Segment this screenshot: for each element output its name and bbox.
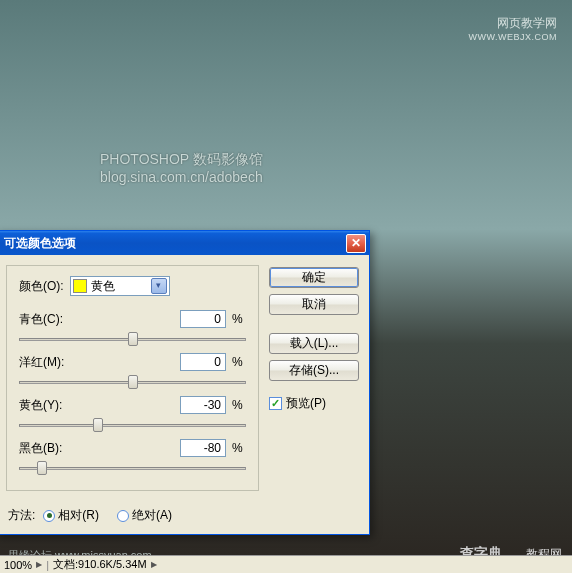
yellow-pct: % (232, 398, 246, 412)
magenta-input[interactable] (180, 353, 226, 371)
image-caption: PHOTOSHOP 数码影像馆 blog.sina.com.cn/adobech (100, 150, 263, 186)
black-label: 黑色(B): (19, 440, 79, 457)
method-relative-label: 相对(R) (58, 507, 99, 524)
doc-size: 文档:910.6K/5.34M (53, 557, 147, 572)
watermark-top-sub: WWW.WEBJX.COM (469, 32, 558, 42)
status-bar: 100% ▶ | 文档:910.6K/5.34M ▶ (0, 555, 572, 573)
close-button[interactable]: ✕ (346, 234, 366, 253)
color-dropdown-text: 黄色 (91, 278, 151, 295)
preview-row: ✓ 预览(P) (269, 395, 359, 412)
cyan-slider-group: 青色(C): % (19, 310, 246, 349)
cyan-pct: % (232, 312, 246, 326)
dialog-body: 颜色(O): 黄色 ▾ 青色(C): % (0, 255, 369, 501)
watermark-top-title: 网页教学网 (469, 15, 558, 32)
color-select-row: 颜色(O): 黄色 ▾ (19, 276, 246, 296)
dialog-titlebar[interactable]: 可选颜色选项 ✕ (0, 231, 369, 255)
cyan-input[interactable] (180, 310, 226, 328)
black-slider[interactable] (19, 460, 246, 478)
chevron-down-icon: ▾ (151, 278, 167, 294)
yellow-slider-group: 黄色(Y): % (19, 396, 246, 435)
ok-button[interactable]: 确定 (269, 267, 359, 288)
black-pct: % (232, 441, 246, 455)
preview-checkbox[interactable]: ✓ (269, 397, 282, 410)
method-row: 方法: 相对(R) 绝对(A) (0, 501, 369, 534)
method-absolute-radio[interactable]: 绝对(A) (117, 507, 172, 524)
selective-color-dialog: 可选颜色选项 ✕ 颜色(O): 黄色 ▾ 青色(C): % (0, 230, 370, 535)
magenta-thumb[interactable] (128, 375, 138, 389)
controls-panel: 颜色(O): 黄色 ▾ 青色(C): % (6, 265, 259, 491)
color-swatch (73, 279, 87, 293)
cancel-button[interactable]: 取消 (269, 294, 359, 315)
zoom-arrow-icon[interactable]: ▶ (36, 560, 42, 569)
save-button[interactable]: 存储(S)... (269, 360, 359, 381)
magenta-slider[interactable] (19, 374, 246, 392)
black-input[interactable] (180, 439, 226, 457)
cyan-thumb[interactable] (128, 332, 138, 346)
caption-line1: PHOTOSHOP 数码影像馆 (100, 150, 263, 168)
magenta-pct: % (232, 355, 246, 369)
yellow-slider[interactable] (19, 417, 246, 435)
close-icon: ✕ (351, 236, 361, 250)
yellow-input[interactable] (180, 396, 226, 414)
load-button[interactable]: 载入(L)... (269, 333, 359, 354)
black-thumb[interactable] (37, 461, 47, 475)
black-slider-group: 黑色(B): % (19, 439, 246, 478)
radio-icon (43, 510, 55, 522)
radio-icon (117, 510, 129, 522)
yellow-label: 黄色(Y): (19, 397, 79, 414)
doc-arrow-icon[interactable]: ▶ (151, 560, 157, 569)
method-absolute-label: 绝对(A) (132, 507, 172, 524)
dialog-title: 可选颜色选项 (4, 235, 346, 252)
color-label: 颜色(O): (19, 278, 64, 295)
method-relative-radio[interactable]: 相对(R) (43, 507, 99, 524)
buttons-column: 确定 取消 载入(L)... 存储(S)... ✓ 预览(P) (269, 265, 359, 491)
caption-line2: blog.sina.com.cn/adobech (100, 168, 263, 186)
cyan-slider[interactable] (19, 331, 246, 349)
watermark-top: 网页教学网 WWW.WEBJX.COM (469, 15, 558, 42)
method-label: 方法: (8, 507, 35, 524)
preview-label: 预览(P) (286, 395, 326, 412)
cyan-label: 青色(C): (19, 311, 79, 328)
color-dropdown[interactable]: 黄色 ▾ (70, 276, 170, 296)
zoom-level[interactable]: 100% (4, 559, 32, 571)
yellow-thumb[interactable] (93, 418, 103, 432)
magenta-label: 洋红(M): (19, 354, 79, 371)
magenta-slider-group: 洋红(M): % (19, 353, 246, 392)
